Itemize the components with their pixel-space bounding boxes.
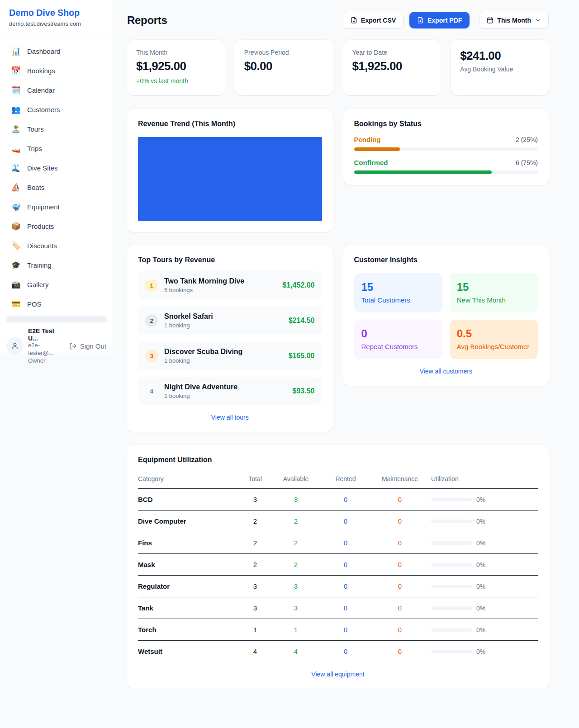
equipment-category: BCD <box>138 489 239 511</box>
tour-row[interactable]: 4 Night Dive Adventure 1 booking $93.50 <box>138 377 322 405</box>
bookings-calendar-icon: 📅 <box>11 66 21 76</box>
package-icon: 📦 <box>11 222 21 231</box>
tour-row[interactable]: 3 Discover Scuba Diving 1 booking $165.0… <box>138 342 322 370</box>
top-tours-title: Top Tours by Revenue <box>138 256 322 264</box>
stat-card-avg-booking-value: $241.00 Avg Booking Value <box>451 40 549 95</box>
tile-value: 15 <box>361 281 435 293</box>
view-all-equipment-link[interactable]: View all equipment <box>138 671 538 678</box>
view-all-tours-link[interactable]: View all tours <box>138 414 322 421</box>
sidebar-item-bookings[interactable]: 📅 Bookings <box>0 61 113 80</box>
sidebar-item-dive-sites[interactable]: 🌊 Dive Sites <box>0 158 113 178</box>
sidebar-item-label: Gallery <box>27 281 49 288</box>
sidebar-item-products[interactable]: 📦 Products <box>0 217 113 236</box>
equipment-total: 3 <box>239 576 271 597</box>
utilization-bar <box>431 585 472 588</box>
stat-value: $0.00 <box>244 59 324 73</box>
equipment-available: 4 <box>271 641 321 662</box>
tile-value: 0.5 <box>457 327 531 340</box>
table-row: Torch 1 1 0 0 0% <box>138 619 538 641</box>
island-icon: 🏝️ <box>11 124 21 134</box>
rank-badge: 3 <box>145 350 158 362</box>
revenue-trend-card: Revenue Trend (This Month) <box>127 109 333 232</box>
equipment-maintenance: 0 <box>370 619 429 641</box>
sidebar-item-calendar[interactable]: 🗓️ Calendar <box>0 80 113 100</box>
file-download-icon <box>351 17 357 24</box>
status-row-pending: Pending 2 (25%) <box>354 136 538 151</box>
tour-bookings: 1 booking <box>164 392 237 399</box>
equipment-category: Tank <box>138 597 239 619</box>
table-header-row: Category Total Available Rented Maintena… <box>138 470 538 489</box>
equipment-total: 2 <box>239 554 271 576</box>
charts-row: Revenue Trend (This Month) Bookings by S… <box>127 109 549 232</box>
stat-value: $241.00 <box>460 49 540 63</box>
bookings-by-status-title: Bookings by Status <box>354 120 538 128</box>
rank-badge: 2 <box>145 314 158 327</box>
sidebar-item-label: POS <box>27 300 42 308</box>
utilization-bar <box>431 606 472 610</box>
dashboard-icon: 📊 <box>11 47 21 56</box>
equipment-maintenance: 0 <box>370 554 429 576</box>
period-selector[interactable]: This Month <box>479 12 549 28</box>
tile-label: Repeat Customers <box>361 343 435 350</box>
insight-tiles: 15 Total Customers 15 New This Month 0 R… <box>354 273 538 359</box>
tag-icon: 🏷️ <box>11 241 21 251</box>
equipment-maintenance: 0 <box>370 489 429 511</box>
rank-badge: 1 <box>145 279 158 292</box>
sidebar-item-tours[interactable]: 🏝️ Tours <box>0 119 113 139</box>
sidebar-item-label: Products <box>27 222 54 230</box>
sidebar-item-gallery[interactable]: 📸 Gallery <box>0 275 113 294</box>
utilization-bar <box>431 520 472 523</box>
utilization-cell: 0% <box>429 605 538 612</box>
equipment-total: 3 <box>239 597 271 619</box>
sidebar-item-discounts[interactable]: 🏷️ Discounts <box>0 236 113 255</box>
equipment-total: 1 <box>239 619 271 641</box>
col-utilization: Utilization <box>429 470 538 489</box>
export-csv-label: Export CSV <box>361 17 396 24</box>
credit-card-icon: 💳 <box>11 299 21 309</box>
table-row: Dive Computer 2 2 0 0 0% <box>138 511 538 532</box>
progress-track <box>354 170 538 174</box>
sidebar-user-footer: E2E Test U... e2e-tester@... Owner Sign … <box>0 322 113 370</box>
avatar <box>6 337 24 355</box>
sidebar-item-trips[interactable]: 🚤 Trips <box>0 139 113 158</box>
equipment-total: 2 <box>239 532 271 554</box>
stat-value: $1,925.00 <box>136 59 216 73</box>
calendar-icon: 🗓️ <box>11 85 21 95</box>
export-pdf-label: Export PDF <box>427 17 462 24</box>
status-label: Pending <box>354 136 381 143</box>
utilization-percent: 0% <box>476 518 485 525</box>
sidebar-item-training[interactable]: 🎓 Training <box>0 255 113 275</box>
utilization-percent: 0% <box>476 496 485 503</box>
utilization-percent: 0% <box>476 626 485 633</box>
utilization-cell: 0% <box>429 561 538 568</box>
tour-row[interactable]: 1 Two Tank Morning Dive 5 bookings $1,45… <box>138 271 322 299</box>
tour-row[interactable]: 2 Snorkel Safari 1 booking $214.50 <box>138 307 322 335</box>
utilization-percent: 0% <box>476 605 485 612</box>
wave-icon: 🌊 <box>11 163 21 173</box>
export-csv-button[interactable]: Export CSV <box>343 12 403 28</box>
export-pdf-button[interactable]: Export PDF <box>409 12 470 28</box>
speedboat-icon: 🚤 <box>11 144 21 153</box>
tile-repeat-customers: 0 Repeat Customers <box>354 320 442 359</box>
sidebar-item-equipment[interactable]: 🤿 Equipment <box>0 197 113 217</box>
sidebar-item-pos[interactable]: 💳 POS <box>0 294 113 314</box>
tour-bookings: 1 booking <box>164 322 213 329</box>
view-all-customers-link[interactable]: View all customers <box>354 368 538 375</box>
sidebar-item-reports-partial[interactable] <box>5 316 107 322</box>
table-row: Tank 3 3 0 0 0% <box>138 597 538 619</box>
tour-name: Discover Scuba Diving <box>164 348 242 356</box>
sidebar-item-dashboard[interactable]: 📊 Dashboard <box>0 42 113 61</box>
equipment-total: 2 <box>239 511 271 532</box>
sign-out-button[interactable]: Sign Out <box>69 342 106 350</box>
sidebar-item-customers[interactable]: 👥 Customers <box>0 100 113 119</box>
sidebar-item-boats[interactable]: ⛵ Boats <box>0 178 113 197</box>
rank-badge: 4 <box>145 385 158 397</box>
equipment-maintenance: 0 <box>370 532 429 554</box>
progress-track <box>354 147 538 151</box>
equipment-maintenance: 0 <box>370 597 429 619</box>
sidebar-item-label: Discounts <box>27 242 57 250</box>
equipment-available: 3 <box>271 597 321 619</box>
tour-amount: $93.50 <box>293 387 315 395</box>
progress-fill <box>354 147 400 151</box>
revenue-trend-title: Revenue Trend (This Month) <box>138 120 322 128</box>
